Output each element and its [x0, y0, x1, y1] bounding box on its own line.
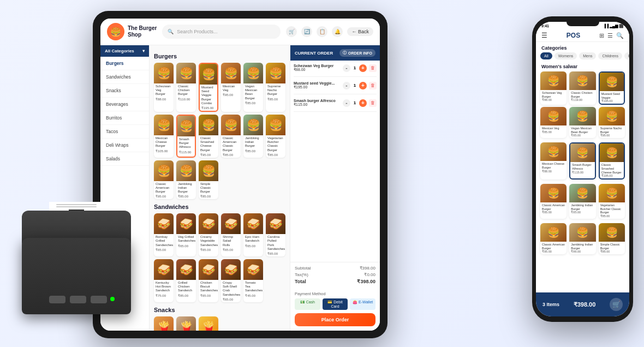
product-veg-grilled[interactable]: 🥪 Veg Grilled Sandwiches₹65.00 [176, 213, 196, 256]
cat-tab-all[interactable]: All [540, 52, 552, 59]
payment-ewallet[interactable]: 👛 E-Wallet [350, 298, 375, 310]
product-classic-smashed[interactable]: 🍔 Classic Smashed Cheese Burger₹95.00 [199, 115, 218, 158]
product-jambking-indian[interactable]: 🍔 Jambking Indian Burger₹85.00 [243, 115, 263, 158]
qty-decrease-2[interactable]: - [343, 82, 350, 89]
phone-product-img: 🍔 [570, 143, 594, 162]
product-snack-1[interactable]: 🍟 Snack Item 1₹45.00 [154, 316, 174, 331]
phone-product-2[interactable]: 🍔 Classic Chicken Burger₹119.00 [569, 71, 595, 105]
product-grilled-chicken[interactable]: 🥪 Grilled Chicken Sandwich₹85.00 [176, 259, 196, 302]
printer-btn-1[interactable] [49, 296, 65, 303]
phone-product-9[interactable]: 🍔 Classic Smashed Cheese Burger₹195.00 [599, 142, 625, 180]
delete-item-1[interactable]: 🗑 [369, 64, 377, 72]
order-item-3: Smash burger Alfresco ₹115.00 - 1 + 🗑 [294, 99, 377, 112]
product-classic-american[interactable]: 🍔 Classic American Burger₹95.00 [154, 160, 174, 200]
phone-product-7[interactable]: 🍔 Mexican Cheese Burger₹88.00 [540, 142, 567, 180]
product-supreme-nacho[interactable]: 🍔 Supreme Nacho Burger₹85.00 [266, 63, 285, 112]
snacks-section-title: Snacks [154, 307, 285, 313]
delete-item-2[interactable]: 🗑 [369, 82, 377, 89]
back-button[interactable]: ← Back [347, 27, 373, 36]
order-item-price-1: ₹88.00 [294, 68, 341, 72]
phone-cart-price: ₹398.00 [574, 301, 596, 308]
phone-bottom-bar[interactable]: 3 Items ₹398.00 🛒 [536, 292, 629, 316]
phone-product-8[interactable]: 🍔 Smash Burger Alfresco₹115.00 [569, 142, 595, 180]
product-vegan-mexican[interactable]: 🍔 Vegan Mexican Bean Burger₹85.00 [243, 63, 263, 112]
phone-product-15[interactable]: 🍔 Simple Classic Burger₹85.00 [599, 223, 625, 254]
product-carolina-pulled[interactable]: 🥪 Carolina Pulled Pork Sandwiches₹65.00 [266, 213, 285, 256]
place-order-button[interactable]: Place Order [295, 313, 375, 326]
product-bombay-grilled[interactable]: 🥪 Bombay Grilled Sandwiches₹65.00 [154, 213, 174, 256]
product-img: 🥪 [176, 259, 196, 280]
phone-product-1[interactable]: 🍔 Schezwan Veg Burger₹88.00 [540, 71, 567, 105]
sidebar-item-beverages[interactable]: Beverages [100, 98, 149, 111]
product-kentucky[interactable]: 🥪 Kentucky Hot Brown Sandwich₹75.00 [154, 259, 174, 302]
qty-value-2: 1 [352, 83, 357, 88]
payment-debit-card[interactable]: 💳 Debit Card [323, 298, 348, 310]
phone-list-icon[interactable]: ☰ [607, 32, 613, 39]
product-simple-classic[interactable]: 🍔 Simple Classic Burger₹85.00 [199, 160, 218, 200]
payment-cash[interactable]: 💵 Cash [295, 298, 320, 310]
phone-product-13[interactable]: 🍔 Classic American Burger₹95.00 [540, 223, 567, 254]
phone-product-4[interactable]: 🍔 Mexican Veg₹85.00 [540, 107, 567, 138]
product-jambking-2[interactable]: 🍔 Jambking Indian Burger₹85.00 [176, 160, 196, 200]
printer-power-led [110, 297, 115, 301]
cat-tab-womens[interactable]: Womens [554, 52, 577, 59]
sidebar-item-snacks[interactable]: Snacks [100, 84, 149, 98]
product-creamy-vegetable[interactable]: 🥪 Creamy Vegetable Sandwiches₹65.00 [199, 213, 218, 256]
sidebar-item-deli-wraps[interactable]: Deli Wraps [100, 139, 149, 152]
product-img: 🍟 [154, 316, 174, 331]
phone-product-11[interactable]: 🍔 Jambking Indian Burger₹85.00 [569, 184, 595, 219]
phone-product-14[interactable]: 🍔 Jambking Indian Burger₹86.00 [569, 223, 595, 254]
printer-btn-2[interactable] [70, 296, 86, 303]
product-smash-burger[interactable]: 🍔 Smash Burger Alfresco₹115.00 [176, 115, 196, 158]
phone-cart-icon[interactable]: 🛒 [610, 298, 623, 311]
phone-grid-icon[interactable]: ⊞ [599, 32, 604, 39]
printer-btn-3[interactable] [91, 296, 107, 303]
product-mustard-seed[interactable]: 🍔 Mustard Seed Veggie Burger Combo₹195.0… [199, 63, 218, 112]
order-header: CURRENT ORDER ⓘ ORDER INFO [290, 45, 380, 61]
cat-tab-childrens[interactable]: Childrens [598, 52, 622, 59]
sidebar-item-burgers[interactable]: Burgers [100, 57, 149, 70]
order-info-button[interactable]: ⓘ ORDER INFO [339, 49, 375, 57]
sidebar-item-salads[interactable]: Salads [100, 152, 149, 166]
product-vegetarian-butcher[interactable]: 🍔 Vegetarian Butcher Classic Burger₹85.0… [266, 115, 285, 158]
sidebar-item-sandwiches[interactable]: Sandwiches [100, 70, 149, 84]
cart-icon[interactable]: 🛒 [286, 26, 297, 37]
qty-decrease-3[interactable]: - [343, 99, 350, 107]
order-item-name-2: Mustard seed Veggie... [294, 81, 341, 85]
cat-tab-eth[interactable]: Eth [624, 52, 629, 59]
phone-product-3[interactable]: 🍔 Mustard Seed Veggie₹195.00 [599, 71, 625, 105]
bell-icon[interactable]: 🔔 [332, 26, 343, 37]
phone-product-6[interactable]: 🍔 Supreme Nacho Burger₹95.00 [599, 107, 625, 138]
product-snack-2[interactable]: 🍟 Snack Item 2₹55.00 [176, 316, 196, 331]
clipboard-icon[interactable]: 📋 [317, 26, 327, 37]
product-mexican-cheese[interactable]: 🍔 Mexican Cheese Burger₹105.00 [154, 115, 174, 158]
qty-decrease-1[interactable]: - [343, 64, 350, 72]
product-mexican-veg[interactable]: 🍔 Mexican Veg₹95.00 [221, 63, 241, 112]
product-shrimp-salad[interactable]: 🥪 Shrimp Salad Rolls₹65.00 [221, 213, 241, 256]
product-chicken-biscuit[interactable]: 🥪 Chicken Biscuit Sandwiches₹65.00 [199, 259, 218, 302]
refresh-icon[interactable]: 🔄 [301, 26, 312, 37]
qty-increase-2[interactable]: + [359, 82, 367, 89]
phone-product-12[interactable]: 🍔 Vegetarian Butcher Classic Burger₹85.0… [599, 184, 625, 219]
product-classic-american-classic[interactable]: 🍔 Classic American Classic Burger₹85.00 [221, 115, 241, 158]
qty-increase-1[interactable]: + [359, 64, 367, 72]
sidebar-item-tacos[interactable]: Tacos [100, 125, 149, 139]
product-img: 🥪 [176, 213, 196, 234]
product-snack-3[interactable]: 🍟 Snack Item 3₹65.00 [199, 316, 218, 331]
product-classic-chicken[interactable]: 🍔 Classic Chicken Burger₹110.00 [176, 63, 196, 112]
subtotal-label: Subtotal [295, 266, 311, 271]
qty-increase-3[interactable]: + [359, 99, 367, 107]
phone-product-10[interactable]: 🍔 Classic American Burger₹85.00 [540, 184, 567, 219]
delete-item-3[interactable]: 🗑 [369, 99, 377, 107]
product-crispy-crab[interactable]: 🥪 Crispy Soft-Shell Crab Sandwiches₹65.0… [221, 259, 241, 302]
search-bar[interactable]: 🔍 Search Products... [162, 25, 281, 39]
hamburger-menu-icon[interactable]: ☰ [541, 32, 547, 39]
phone-product-5[interactable]: 🍔 Vegan Mexican Bean Burger₹85.00 [569, 107, 595, 138]
cat-tab-mens[interactable]: Mens [579, 52, 596, 59]
product-tomato-tea[interactable]: 🥪 Tomato Tea Sandwiches₹45.00 [243, 259, 263, 302]
phone-search-icon[interactable]: 🔍 [616, 32, 624, 39]
product-schezwan-veg[interactable]: 🍔 Schezwan Veg Burger₹88.00 [154, 63, 174, 112]
sidebar-item-burritos[interactable]: Burritos [100, 111, 149, 125]
sidebar-header-label: All Categories [105, 49, 134, 53]
product-epic-ham[interactable]: 🥪 Epic Ham Sandwich₹65.00 [243, 213, 263, 256]
